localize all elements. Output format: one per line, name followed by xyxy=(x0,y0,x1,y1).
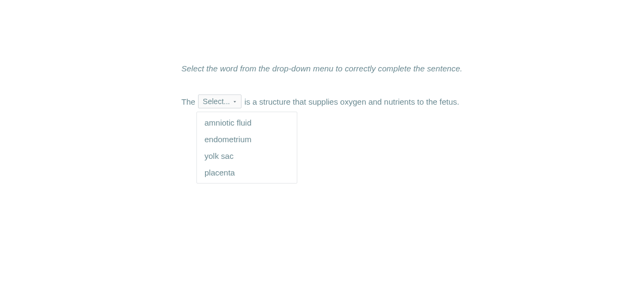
dropdown-option[interactable]: placenta xyxy=(197,164,297,181)
select-dropdown[interactable]: Select... xyxy=(198,94,242,108)
dropdown-option[interactable]: amniotic fluid xyxy=(197,114,297,131)
dropdown-option[interactable]: yolk sac xyxy=(197,148,297,164)
instruction-text: Select the word from the drop-down menu … xyxy=(181,64,463,73)
sentence-after: is a structure that supplies oxygen and … xyxy=(244,97,459,106)
sentence-row: The Select... is a structure that suppli… xyxy=(181,94,463,108)
dropdown-option[interactable]: endometrium xyxy=(197,131,297,148)
chevron-down-icon xyxy=(232,99,238,105)
dropdown-menu: amniotic fluid endometrium yolk sac plac… xyxy=(196,112,297,184)
sentence-before: The xyxy=(181,97,195,106)
select-placeholder: Select... xyxy=(203,97,230,106)
question-content: Select the word from the drop-down menu … xyxy=(181,64,463,108)
